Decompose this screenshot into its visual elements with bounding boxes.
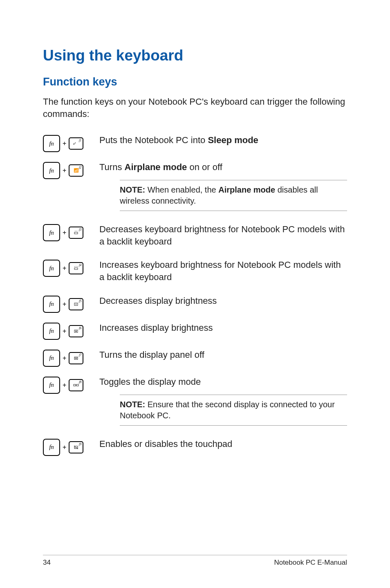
- f9-key-icon: f9: [69, 441, 83, 453]
- function-row-f4: fn + f4 Increases keyboard brightness fo…: [43, 259, 347, 283]
- key-combo: fn + f4: [43, 259, 99, 277]
- f3-key-icon: f3: [69, 227, 83, 239]
- description: Turns Airplane mode on or off NOTE: When…: [99, 161, 347, 214]
- description: Turns the display panel off: [99, 349, 347, 361]
- f6-key-icon: f6: [69, 325, 83, 337]
- svg-point-13: [76, 330, 77, 332]
- svg-rect-18: [76, 384, 78, 386]
- function-row-f7: fn + f7 Turns the display panel off: [43, 349, 347, 367]
- key-combo: fn + f2 📶: [43, 161, 99, 179]
- description: Increases keyboard brightness for Notebo…: [99, 259, 347, 283]
- function-row-f1: fn + f1 zz Puts the Notebook PC into Sle…: [43, 134, 347, 152]
- plus-icon: +: [63, 140, 66, 147]
- f5-key-icon: f5: [69, 298, 83, 310]
- display-toggle-icon: [73, 382, 79, 388]
- key-combo: fn + f9: [43, 438, 99, 456]
- fn-key-icon: fn: [43, 377, 60, 394]
- brightness-down-icon: [73, 301, 79, 307]
- f2-key-icon: f2 📶: [69, 164, 83, 177]
- plus-icon: +: [63, 167, 66, 174]
- fn-key-icon: fn: [43, 439, 60, 456]
- plus-icon: +: [63, 444, 66, 451]
- description: Decreases display brightness: [99, 295, 347, 307]
- key-combo: fn + f3: [43, 223, 99, 241]
- wifi-icon: 📶: [73, 168, 79, 173]
- fn-key-icon: fn: [43, 224, 60, 241]
- keyboard-dim-icon: [73, 230, 79, 236]
- svg-rect-10: [74, 303, 78, 305]
- fn-key-icon: fn: [43, 135, 60, 152]
- page-number: 34: [43, 559, 51, 567]
- description: Increases display brightness: [99, 322, 347, 334]
- description: Enables or disables the touchpad: [99, 438, 347, 450]
- section-title: Function keys: [43, 76, 347, 88]
- display-off-icon: [73, 355, 79, 361]
- svg-point-11: [76, 304, 76, 305]
- description: Decreases keyboard brightness for Notebo…: [99, 223, 347, 247]
- function-row-f3: fn + f3 Decreases keyboard brightness fo…: [43, 223, 347, 247]
- svg-rect-6: [74, 268, 78, 269]
- svg-text:z: z: [75, 141, 76, 144]
- svg-line-9: [77, 266, 78, 267]
- description: Puts the Notebook PC into Sleep mode: [99, 134, 347, 146]
- fn-key-icon: fn: [43, 323, 60, 340]
- key-combo: fn + f7: [43, 349, 99, 367]
- description: Toggles the display mode NOTE: Ensure th…: [99, 376, 347, 429]
- page-footer: 34 Notebook PC E-Manual: [43, 555, 347, 567]
- fn-key-icon: fn: [43, 162, 60, 179]
- sleep-icon: zz: [73, 141, 79, 146]
- key-combo: fn + f5: [43, 295, 99, 313]
- f4-key-icon: f4: [69, 262, 83, 274]
- key-combo: fn + f1 zz: [43, 134, 99, 152]
- footer-title: Notebook PC E-Manual: [274, 559, 347, 567]
- plus-icon: +: [63, 328, 66, 335]
- page-title: Using the keyboard: [43, 47, 347, 64]
- function-row-f2: fn + f2 📶 Turns Airplane mode on or off …: [43, 161, 347, 214]
- fn-key-icon: fn: [43, 260, 60, 277]
- f1-key-icon: f1 zz: [69, 137, 83, 150]
- intro-text: The function keys on your Notebook PC's …: [43, 96, 347, 120]
- fn-key-icon: fn: [43, 350, 60, 367]
- touchpad-icon: [73, 444, 79, 450]
- plus-icon: +: [63, 265, 66, 272]
- function-row-f8: fn + f8 Toggles the display mode NOTE: E…: [43, 376, 347, 429]
- function-row-f6: fn + f6 Increases display brightness: [43, 322, 347, 340]
- plus-icon: +: [63, 301, 66, 308]
- key-combo: fn + f6: [43, 322, 99, 340]
- svg-rect-17: [74, 384, 76, 386]
- plus-icon: +: [63, 229, 66, 236]
- function-row-f9: fn + f9 Enables or disables the touchpad: [43, 438, 347, 456]
- svg-text:📶: 📶: [74, 168, 79, 173]
- note-box: NOTE: When enabled, the Airplane mode di…: [120, 180, 347, 211]
- keyboard-bright-icon: [73, 265, 79, 271]
- note-box: NOTE: Ensure that the second display is …: [120, 395, 347, 426]
- svg-line-7: [74, 266, 75, 267]
- svg-rect-3: [74, 232, 78, 234]
- fn-key-icon: fn: [43, 296, 60, 313]
- plus-icon: +: [63, 355, 66, 362]
- f8-key-icon: f8: [69, 379, 83, 391]
- plus-icon: +: [63, 382, 66, 389]
- key-combo: fn + f8: [43, 376, 99, 394]
- brightness-up-icon: [73, 328, 79, 334]
- function-row-f5: fn + f5 Decreases display brightness: [43, 295, 347, 313]
- f7-key-icon: f7: [69, 352, 83, 364]
